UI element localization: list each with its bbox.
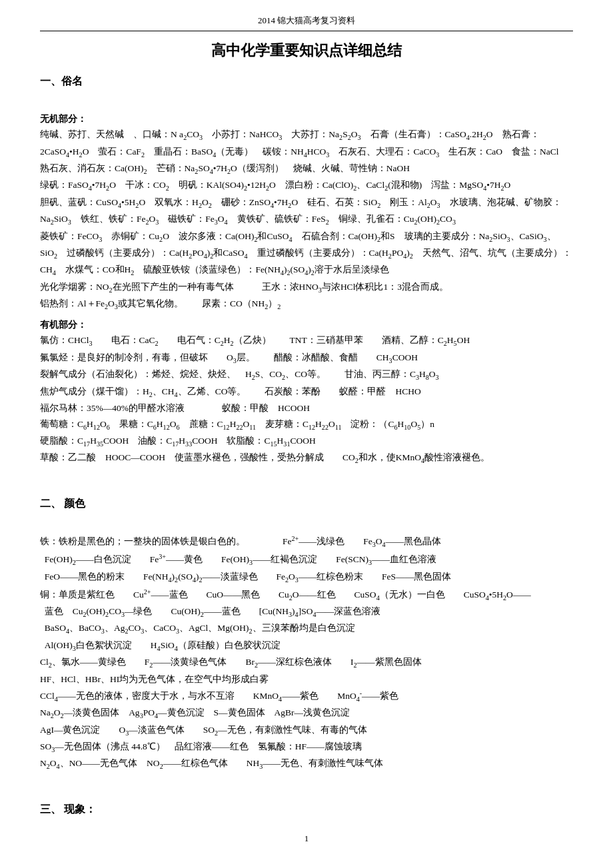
organic-line8: 草酸：乙二酸 HOOC—COOH 使蓝墨水褪色，强酸性，受热分解成 CO2和水，… xyxy=(40,452,490,462)
section-yi: 一、俗名 无机部分： 纯碱、苏打、天然碱 、口碱：N a2CO3 小苏打：NaH… xyxy=(40,72,573,466)
color-line7: Cl2、氯水——黄绿色 F2——淡黄绿色气体 Br2——深红棕色液体 I2——紫… xyxy=(40,657,422,667)
organic-block: 有机部分： 氯仿：CHCl3 电石：CaC2 电石气：C2H2（乙炔） TNT：… xyxy=(40,317,573,467)
organic-line6: 葡萄糖：C6H12O6 果糖：C6H12O6 蔗糖：C12H22O11 麦芽糖：… xyxy=(40,419,434,429)
header-top: 2014 锦大猫高考复习资料 xyxy=(40,13,573,31)
color-line1: 铁：铁粉是黑色的；一整块的固体铁是银白色的。 Fe2+——浅绿色 Fe3O4——… xyxy=(40,536,441,546)
main-title: 高中化学重要知识点详细总结 xyxy=(40,38,573,63)
inorganic-line5: 光化学烟雾：NO2在光照下产生的一种有毒气体 王水：浓HNO3与浓HCl体积比1… xyxy=(40,282,448,292)
inorganic-line6: 铝热剂：Al＋Fe2O3或其它氧化物。 尿素：CO（NH2）2 xyxy=(40,298,281,308)
inorganic-line4: 菱铁矿：FeCO3 赤铜矿：Cu2O 波尔多液：Ca(OH)2和CuSO4 石硫… xyxy=(40,231,572,275)
color-line9: CCl4——无色的液体，密度大于水，与水不互溶 KMnO4——紫色 MnO4-—… xyxy=(40,691,398,701)
color-block: 铁：铁粉是黑色的；一整块的固体铁是银白色的。 Fe2+——浅绿色 Fe3O4——… xyxy=(40,533,573,773)
inorganic-line3: 胆矾、蓝矾：CuSO4•5H2O 双氧水：H2O2 硼砂：ZnSO4•7H2O … xyxy=(40,197,562,224)
section2-title: 二、 颜色 xyxy=(40,494,573,512)
color-line12: SO3—无色固体（沸点 44.8℃） 品红溶液——红色 氢氟酸：HF——腐蚀玻璃 xyxy=(40,741,362,751)
organic-line5: 福尔马林：35%—40%的甲醛水溶液 蚁酸：甲酸 HCOOH xyxy=(40,403,310,413)
color-line13: N2O4、NO——无色气体 NO2——红棕色气体 NH3——无色、有刺激性气味气… xyxy=(40,758,383,768)
page-number: 1 xyxy=(40,831,573,846)
inorganic-line1: 纯碱、苏打、天然碱 、口碱：N a2CO3 小苏打：NaHCO3 大苏打：Na2… xyxy=(40,129,568,173)
organic-line1: 氯仿：CHCl3 电石：CaC2 电石气：C2H2（乙炔） TNT：三硝基甲苯 … xyxy=(40,335,470,345)
organic-label: 有机部分： xyxy=(40,320,87,330)
inorganic-label: 无机部分： xyxy=(40,114,87,124)
color-line2: Fe(OH)2——白色沉淀 Fe3+——黄色 Fe(OH)3——红褐色沉淀 Fe… xyxy=(40,554,436,564)
section-er: 二、 颜色 铁：铁粉是黑色的；一整块的固体铁是银白色的。 Fe2+——浅绿色 F… xyxy=(40,494,573,773)
organic-line4: 焦炉气成分（煤干馏）：H2、CH4、乙烯、CO等。 石炭酸：苯酚 蚁醛：甲醛 H… xyxy=(40,386,421,396)
color-line10: Na2O2—淡黄色固体 Ag3PO4—黄色沉淀 S—黄色固体 AgBr—浅黄色沉… xyxy=(40,707,350,717)
section1-title: 一、俗名 xyxy=(40,72,573,90)
color-line4b: 蓝色 Cu2(OH)2CO3—绿色 Cu(OH)2——蓝色 [Cu(NH3)4]… xyxy=(40,606,380,616)
color-line3: FeO——黑色的粉末 Fe(NH4)2(SO4)2——淡蓝绿色 Fe2O3——红… xyxy=(40,572,451,582)
section3-title: 三、 现象： xyxy=(40,800,573,818)
organic-line7: 硬脂酸：C17H35COOH 油酸：C17H33COOH 软脂酸：C15H31C… xyxy=(40,436,316,446)
color-line8: HF、HCl、HBr、HI均为无色气体，在空气中均形成白雾 xyxy=(40,674,269,684)
color-line11: AgI—黄色沉淀 O3—淡蓝色气体 SO2—无色，有刺激性气味、有毒的气体 xyxy=(40,725,367,735)
organic-line3: 裂解气成分（石油裂化）：烯烃、烷烃、炔烃、 H2S、CO2、CO等。 甘油、丙三… xyxy=(40,369,439,379)
inorganic-line2: 绿矾：FaSO4•7H2O 干冰：CO2 明矾：KAl(SO4)2•12H2O … xyxy=(40,180,510,190)
inorganic-block: 无机部分： 纯碱、苏打、天然碱 、口碱：N a2CO3 小苏打：NaHCO3 大… xyxy=(40,111,573,313)
color-line6: Al(OH)3白色絮状沉淀 H4SiO4（原硅酸）白色胶状沉淀 xyxy=(40,640,281,650)
section-san: 三、 现象： xyxy=(40,800,573,818)
organic-line2: 氟氯烃：是良好的制冷剂，有毒，但破坏 O3层。 醋酸：冰醋酸、食醋 CH3COO… xyxy=(40,352,418,362)
color-line4: 铜：单质是紫红色 Cu2+——蓝色 CuO——黑色 Cu2O——红色 CuSO4… xyxy=(40,590,531,600)
color-line5: BaSO4、BaCO3、Ag2CO3、CaCO3、AgCl、Mg(OH)2、三溴… xyxy=(40,623,355,633)
